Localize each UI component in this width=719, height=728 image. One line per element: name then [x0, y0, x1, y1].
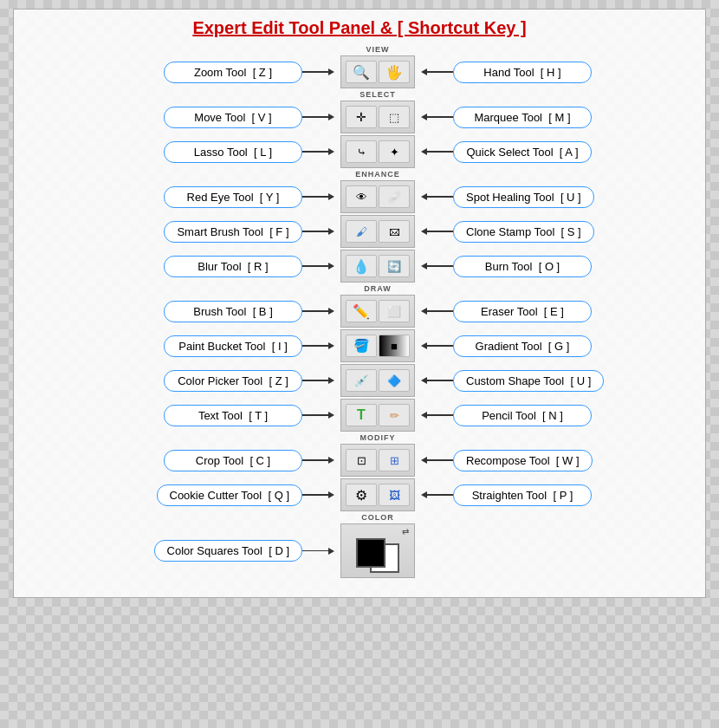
text-icon[interactable]: T: [346, 404, 377, 426]
draw-strip-1: ✏️ ⬜: [340, 295, 415, 328]
smartbrush-arrowhead: [328, 228, 334, 235]
brush-icon[interactable]: ✏️: [346, 300, 377, 322]
eraser-arrowhead: [421, 308, 427, 315]
eraser-icon[interactable]: ⬜: [379, 300, 410, 322]
brush-arrow: [302, 308, 334, 315]
enhance-strip-3: 💧 🔄: [340, 250, 415, 283]
toolbar-select-2: ⤷ ✦: [334, 135, 421, 168]
draw-strip-2: 🪣 ■: [340, 329, 415, 362]
clonestamp-icon[interactable]: 🖂: [379, 220, 410, 243]
straighten-icon[interactable]: 🖼: [379, 484, 410, 506]
paintbucket-tool-label: Paint Bucket Tool [ I ]: [164, 335, 302, 357]
gradient-arrow: [421, 342, 453, 349]
lasso-icon[interactable]: ⤷: [346, 140, 377, 163]
toolbar-modify-1: ⊡ ⊞: [334, 444, 421, 477]
gradient-icon[interactable]: ■: [379, 335, 410, 357]
lasso-line: [302, 151, 328, 153]
redeye-arrow: [302, 193, 334, 200]
brush-arrowhead: [328, 308, 334, 315]
section-enhance: ENHANCE: [31, 170, 719, 179]
section-color: COLOR: [31, 513, 719, 522]
right-marquee: Marquee Tool [ M ]: [421, 107, 681, 128]
cookiecutter-icon[interactable]: ⚙: [346, 484, 377, 506]
marquee-icon[interactable]: ⬚: [379, 106, 410, 128]
redeye-icon[interactable]: 👁: [346, 185, 377, 208]
gradient-arrowhead: [421, 342, 427, 349]
select-strip-1: ✛ ⬚: [340, 101, 415, 133]
blur-arrow: [302, 263, 334, 270]
crop-line: [302, 459, 328, 461]
smartbrush-clonestamp-icons: 🖌 🖂: [346, 218, 410, 244]
pencil-icon[interactable]: ✏: [379, 404, 410, 426]
lasso-arrowhead: [328, 148, 334, 155]
left-smartbrush: Smart Brush Tool [ F ]: [74, 221, 334, 243]
swap-icon[interactable]: ⇄: [402, 527, 411, 536]
section-select: SELECT: [31, 90, 719, 99]
quickselect-icon[interactable]: ✦: [379, 140, 410, 163]
customshape-arrow: [421, 377, 453, 384]
blur-icon[interactable]: 💧: [346, 255, 377, 277]
redeye-line: [302, 196, 328, 198]
paintbucket-line: [302, 345, 328, 347]
toolbar-view: 🔍 🖐: [334, 55, 421, 88]
color-boxes: [356, 538, 399, 573]
left-colorpicker: Color Picker Tool [ Z ]: [74, 370, 334, 392]
toolbar-color: ⇄: [334, 523, 421, 578]
customshape-icon[interactable]: 🔷: [379, 369, 410, 392]
crop-tool-label: Crop Tool [ C ]: [164, 450, 302, 471]
eraser-arrow: [421, 308, 453, 315]
zoom-icon[interactable]: 🔍: [346, 61, 377, 83]
text-tool-label: Text Tool [ T ]: [164, 405, 302, 426]
right-burn: Burn Tool [ O ]: [421, 256, 681, 277]
color-strip: ⇄: [340, 523, 415, 578]
redeye-arrowhead: [328, 193, 334, 200]
right-eraser: Eraser Tool [ E ]: [421, 301, 681, 322]
clonestamp-line: [427, 231, 453, 232]
foreground-color-box[interactable]: [356, 538, 385, 568]
eraser-line: [427, 310, 453, 312]
smartbrush-icon[interactable]: 🖌: [346, 220, 377, 243]
lasso-tool-label: Lasso Tool [ L ]: [164, 141, 302, 163]
gradient-tool-label: Gradient Tool [ G ]: [453, 335, 592, 357]
colorpicker-arrow: [302, 377, 334, 384]
burn-arrowhead: [421, 263, 427, 270]
move-marquee-icons: ✛ ⬚: [346, 104, 410, 130]
clonestamp-arrow: [421, 228, 453, 235]
spothealing-icon[interactable]: 🩹: [379, 185, 410, 208]
right-gradient: Gradient Tool [ G ]: [421, 335, 681, 357]
cookiecutter-tool-label: Cookie Cutter Tool [ Q ]: [157, 484, 303, 506]
blur-burn-icons: 💧 🔄: [346, 253, 410, 279]
left-paintbucket: Paint Bucket Tool [ I ]: [74, 335, 334, 357]
cookiecutter-arrowhead: [328, 491, 334, 498]
row-crop-recompose: Crop Tool [ C ] ⊡ ⊞: [31, 444, 719, 477]
move-icon[interactable]: ✛: [346, 106, 377, 128]
paintbucket-gradient-icons: 🪣 ■: [346, 333, 410, 359]
row-colorpicker-customshape: Color Picker Tool [ Z ] 💉 🔷: [31, 364, 719, 397]
quickselect-tool-label: Quick Select Tool [ A ]: [453, 141, 592, 163]
view-strip: 🔍 🖐: [340, 55, 415, 88]
right-customshape: Custom Shape Tool [ U ]: [421, 370, 681, 392]
colorsquares-arrowhead: [328, 548, 334, 555]
crop-icon[interactable]: ⊡: [346, 449, 377, 471]
right-recompose: Recompose Tool [ W ]: [421, 450, 681, 471]
hand-icon[interactable]: 🖐: [379, 61, 410, 83]
row-paintbucket-gradient: Paint Bucket Tool [ I ] 🪣 ■: [31, 329, 719, 362]
quickselect-arrow: [421, 148, 453, 155]
left-text: Text Tool [ T ]: [74, 405, 334, 426]
left-zoom: Zoom Tool [ Z ]: [74, 62, 334, 83]
right-straighten: Straighten Tool [ P ]: [421, 484, 681, 506]
colorsquares-arrow: [302, 548, 334, 555]
recompose-icon[interactable]: ⊞: [379, 449, 410, 471]
view-icons: 🔍 🖐: [346, 59, 410, 85]
pencil-line: [427, 414, 453, 416]
clonestamp-tool-label: Clone Stamp Tool [ S ]: [453, 221, 594, 243]
burn-icon[interactable]: 🔄: [379, 255, 410, 277]
paintbucket-icon[interactable]: 🪣: [346, 335, 377, 357]
colorpicker-icon[interactable]: 💉: [346, 369, 377, 392]
paintbucket-arrowhead: [328, 342, 334, 349]
redeye-tool-label: Red Eye Tool [ Y ]: [164, 186, 302, 208]
colorsquares-line: [302, 550, 328, 552]
pencil-arrow: [421, 412, 453, 419]
row-cookiecutter-straighten: Cookie Cutter Tool [ Q ] ⚙ 🖼: [31, 478, 719, 511]
row-smartbrush-clonestamp: Smart Brush Tool [ F ] 🖌 🖂: [31, 215, 719, 248]
